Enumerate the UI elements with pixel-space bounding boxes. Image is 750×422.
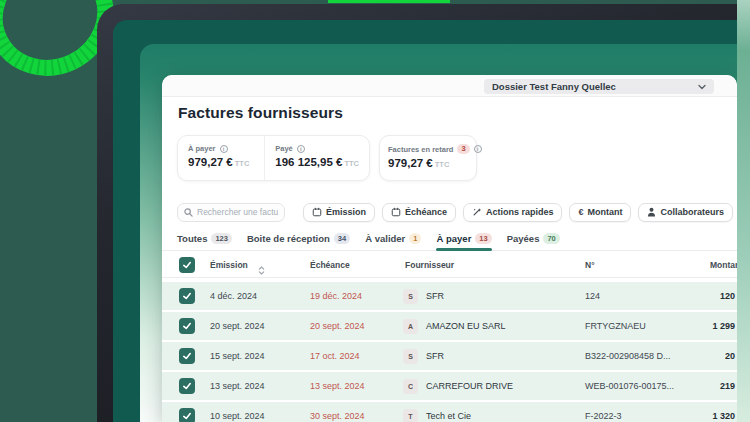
echeance-date: 17 oct. 2024 [310,351,360,361]
filter-collaborateurs-button[interactable]: Collaborateurs [638,203,733,222]
echeance-date: 13 sept. 2024 [310,381,365,391]
app-window: Dossier Test Fanny Quellec Factures four… [162,75,737,422]
info-icon[interactable]: i [220,145,228,153]
row-checkbox[interactable] [179,408,195,422]
stat-a-payer: À payer i 979,27 €TTC [178,136,264,180]
invoice-amount: 20 [725,351,735,361]
tab-toutes[interactable]: Toutes 123 [177,226,232,250]
invoice-amount: 1 299 [712,321,735,331]
person-icon [647,207,656,217]
select-all-checkbox[interactable] [179,257,195,273]
page-title: Factures fournisseurs [178,104,343,122]
supplier-name: SFR [426,351,444,361]
table-row[interactable]: 20 sept. 2024 20 sept. 2024 A AMAZON EU … [162,312,737,340]
stat-retard-value: 979,27 €TTC [388,157,470,169]
screen: Dossier Test Fanny Quellec Factures four… [113,20,737,422]
actions-rapides-button[interactable]: Actions rapides [463,203,563,222]
invoice-amount: 120 [720,291,735,301]
tab-payees[interactable]: Payées 70 [507,226,560,250]
supplier-name: Tech et Cie [426,411,471,421]
sort-icon[interactable] [258,261,265,278]
stats-card-payments: À payer i 979,27 €TTC Payé i 196 125,95 … [177,135,370,181]
invoice-number: WEB-001076-00175... [585,381,674,391]
magic-wand-icon [472,207,482,217]
tab-a-payer[interactable]: À payer 13 [436,226,491,250]
supplier-avatar: C [403,379,418,394]
dossier-dropdown-label: Dossier Test Fanny Quellec [492,81,698,92]
stat-paye: Payé i 196 125,95 €TTC [264,136,369,180]
invoice-number: F-2022-3 [585,411,622,421]
invoice-number: 124 [585,291,600,301]
laptop-frame: Dossier Test Fanny Quellec Factures four… [97,4,737,422]
filters-toolbar: Émission Échéance Actions [177,202,733,222]
row-checkbox[interactable] [179,348,195,364]
search-icon [184,208,193,217]
app-topbar: Dossier Test Fanny Quellec [162,75,737,97]
filter-montant-button[interactable]: € Montant [569,203,631,222]
calendar-icon [391,207,401,217]
emission-date: 15 sept. 2024 [210,351,265,361]
stat-a-payer-value: 979,27 €TTC [188,156,254,168]
supplier-avatar: S [403,289,418,304]
info-icon[interactable]: i [297,145,305,153]
tab-count-badge: 1 [409,233,421,244]
row-checkbox[interactable] [179,318,195,334]
dossier-dropdown[interactable]: Dossier Test Fanny Quellec [484,79,714,94]
status-tabs: Toutes 123 Boite de réception 34 À valid… [162,226,737,251]
supplier-avatar: A [403,319,418,334]
supplier-name: AMAZON EU SARL [426,321,506,331]
emission-date: 4 déc. 2024 [210,291,257,301]
tab-count-badge: 70 [543,233,559,244]
table-row[interactable]: 10 sept. 2024 30 sept. 2024 T Tech et Ci… [162,402,737,422]
emission-date: 20 sept. 2024 [210,321,265,331]
chevron-down-icon [698,84,706,90]
table-header: Émission Échéance Fournisseur N° Montant [162,252,737,278]
search-box[interactable] [177,203,285,222]
filter-echeance-button[interactable]: Échéance [382,203,456,222]
tab-a-valider[interactable]: À valider 1 [365,226,421,250]
invoice-amount: 1 320 [712,411,735,421]
supplier-avatar: T [403,409,418,422]
header-numero[interactable]: N° [585,260,595,270]
tab-count-badge: 34 [334,233,350,244]
table-row[interactable]: 4 déc. 2024 19 déc. 2024 S SFR 124 120 [162,282,737,310]
table-row[interactable]: 13 sept. 2024 13 sept. 2024 C CARREFOUR … [162,372,737,400]
tab-count-badge: 123 [211,233,232,244]
stat-a-payer-label: À payer [188,144,216,153]
header-montant[interactable]: Montant [710,260,737,270]
invoice-list: 4 déc. 2024 19 déc. 2024 S SFR 124 120 2… [162,282,737,422]
header-emission[interactable]: Émission [210,260,248,270]
supplier-avatar: S [403,349,418,364]
invoice-amount: 219 [720,381,735,391]
invoice-number: FRTYGZNAEU [585,321,646,331]
calendar-icon [312,207,322,217]
tab-count-badge: 13 [475,233,491,244]
header-fournisseur[interactable]: Fournisseur [405,260,454,270]
row-checkbox[interactable] [179,378,195,394]
stat-paye-label: Payé [275,144,293,153]
supplier-name: SFR [426,291,444,301]
supplier-name: CARREFOUR DRIVE [426,381,513,391]
header-echeance[interactable]: Échéance [310,260,350,270]
stat-retard-label: Factures en retard [388,145,453,154]
neon-top-strip [328,0,450,3]
stats-card-overdue: Factures en retard 3 i 979,27 €TTC [379,135,477,181]
euro-icon: € [578,207,583,217]
emission-date: 10 sept. 2024 [210,411,265,421]
stat-paye-value: 196 125,95 €TTC [275,156,359,168]
table-row[interactable]: 15 sept. 2024 17 oct. 2024 S SFR B322-00… [162,342,737,370]
search-input[interactable] [197,207,278,217]
tab-boite-de-reception[interactable]: Boite de réception 34 [247,226,350,250]
invoice-number: B322-002908458 D... [585,351,671,361]
filter-emission-button[interactable]: Émission [303,203,375,222]
echeance-date: 20 sept. 2024 [310,321,365,331]
info-icon[interactable]: i [474,145,482,153]
row-checkbox[interactable] [179,288,195,304]
page-background: Dossier Test Fanny Quellec Factures four… [140,44,737,422]
emission-date: 13 sept. 2024 [210,381,265,391]
echeance-date: 30 sept. 2024 [310,411,365,421]
echeance-date: 19 déc. 2024 [310,291,362,301]
overdue-count-badge: 3 [457,144,469,154]
background-right-panel [737,0,750,422]
